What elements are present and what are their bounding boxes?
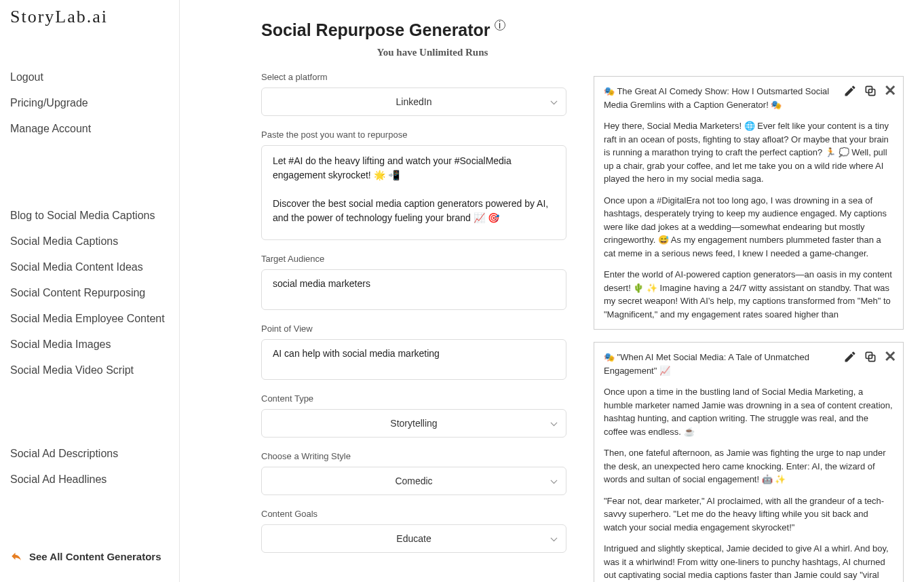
style-select[interactable]: Comedic	[261, 467, 566, 495]
nav-content-repurposing[interactable]: Social Content Repurposing	[10, 280, 179, 306]
copy-icon[interactable]	[864, 84, 877, 98]
app-logo: StoryLab.ai	[10, 7, 179, 27]
nav-blog-to-social[interactable]: Blog to Social Media Captions	[10, 203, 179, 229]
result-paragraph: Intrigued and slightly skeptical, Jamie …	[604, 542, 893, 582]
paste-label: Paste the post you want to repurpose	[261, 130, 566, 140]
main-content: Social Repurpose Generator i You have Un…	[180, 0, 924, 582]
audience-label: Target Audience	[261, 254, 566, 264]
nav-video-script[interactable]: Social Media Video Script	[10, 357, 179, 383]
close-icon[interactable]: ✕	[884, 83, 896, 98]
content-type-label: Content Type	[261, 393, 566, 404]
nav-account-group: Logout Pricing/Upgrade Manage Account	[10, 64, 179, 142]
content-type-select[interactable]: Storytelling	[261, 409, 566, 438]
sidebar: StoryLab.ai Logout Pricing/Upgrade Manag…	[0, 0, 180, 582]
see-all-generators-link[interactable]: See All Content Generators	[10, 550, 179, 562]
nav-pricing[interactable]: Pricing/Upgrade	[10, 90, 179, 116]
result-paragraph: "Fear not, dear marketer," AI proclaimed…	[604, 494, 893, 535]
reply-arrow-icon	[10, 550, 22, 562]
goals-select[interactable]: Educate	[261, 524, 566, 553]
result-paragraph: Hey there, Social Media Marketers! 🌐 Eve…	[604, 119, 893, 186]
result-paragraph: Once upon a time in the bustling land of…	[604, 385, 893, 438]
result-actions: ✕	[843, 349, 896, 364]
page-title: Social Repurpose Generator i	[261, 20, 566, 40]
audience-input[interactable]: social media marketers	[261, 269, 566, 310]
nav-generators-group: Blog to Social Media Captions Social Med…	[10, 203, 179, 383]
paste-textarea[interactable]: Let #AI do the heavy lifting and watch y…	[261, 145, 566, 240]
nav-ad-descriptions[interactable]: Social Ad Descriptions	[10, 441, 179, 467]
edit-icon[interactable]	[843, 350, 857, 364]
result-paragraph: Then, one fateful afternoon, as Jamie wa…	[604, 446, 893, 486]
edit-icon[interactable]	[843, 84, 857, 98]
result-card: ✕🎭 The Great AI Comedy Show: How I Outsm…	[594, 76, 904, 330]
platform-label: Select a platform	[261, 72, 566, 82]
result-paragraph: Once upon a #DigitalEra not too long ago…	[604, 194, 893, 260]
result-paragraph: Enter the world of AI-powered caption ge…	[604, 268, 893, 321]
results-column: ✕🎭 The Great AI Comedy Show: How I Outsm…	[594, 76, 904, 582]
style-label: Choose a Writing Style	[261, 451, 566, 461]
nav-ad-headlines[interactable]: Social Ad Headlines	[10, 467, 179, 492]
nav-logout[interactable]: Logout	[10, 64, 179, 90]
nav-manage-account[interactable]: Manage Account	[10, 116, 179, 142]
info-icon[interactable]: i	[495, 20, 505, 31]
pov-label: Point of View	[261, 324, 566, 334]
nav-ads-group: Social Ad Descriptions Social Ad Headlin…	[10, 441, 179, 492]
form-column: Social Repurpose Generator i You have Un…	[261, 20, 566, 582]
copy-icon[interactable]	[864, 350, 877, 364]
see-all-generators-label: See All Content Generators	[29, 551, 161, 562]
result-card: ✕🎭 "When AI Met Social Media: A Tale of …	[594, 342, 904, 582]
close-icon[interactable]: ✕	[884, 349, 896, 364]
nav-social-images[interactable]: Social Media Images	[10, 332, 179, 357]
platform-select[interactable]: LinkedIn	[261, 88, 566, 116]
nav-content-ideas[interactable]: Social Media Content Ideas	[10, 254, 179, 280]
pov-input[interactable]: AI can help with social media marketing	[261, 339, 566, 380]
nav-social-captions[interactable]: Social Media Captions	[10, 229, 179, 254]
result-actions: ✕	[843, 83, 896, 98]
goals-label: Content Goals	[261, 509, 566, 519]
nav-employee-content[interactable]: Social Media Employee Content	[10, 306, 179, 332]
runs-left-text: You have Unlimited Runs	[299, 47, 566, 58]
